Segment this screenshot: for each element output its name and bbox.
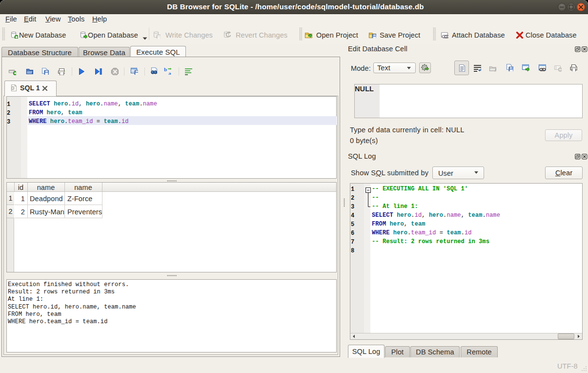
- svg-text:a: a: [168, 70, 171, 75]
- svg-text:b: b: [164, 67, 167, 72]
